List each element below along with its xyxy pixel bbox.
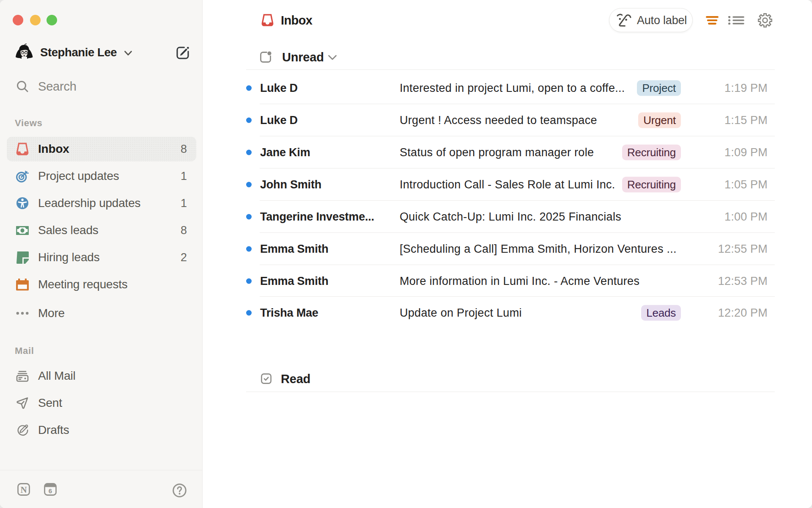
svg-text:N: N <box>20 485 27 495</box>
svg-text:6: 6 <box>49 487 52 494</box>
